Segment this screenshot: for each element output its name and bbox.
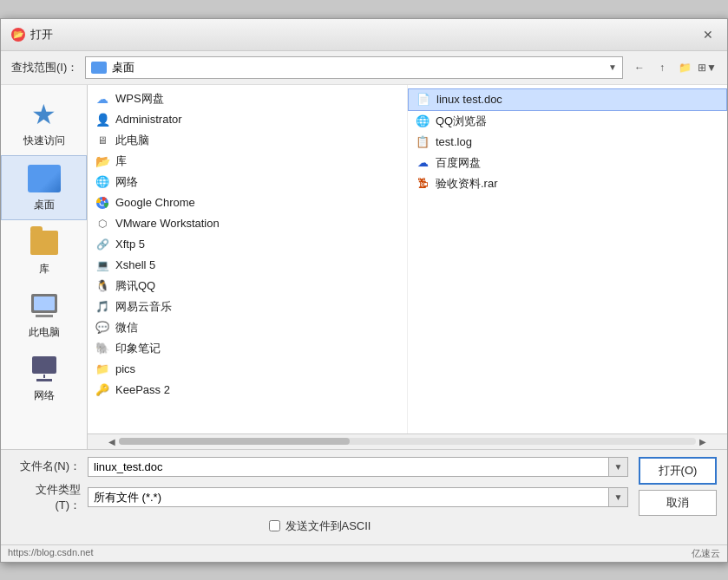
file-item-qq[interactable]: 🐧 腾讯QQ — [88, 276, 407, 297]
file-item-chrome[interactable]: Google Chrome — [88, 192, 407, 213]
view-options-button[interactable]: ⊞▼ — [698, 58, 717, 77]
right-file-column: 📄 linux test.doc 🌐 QQ浏览器 📋 test.log ☁ 百度… — [408, 85, 727, 433]
scroll-thumb — [119, 438, 350, 445]
filename-label: 文件名(N)： — [11, 459, 81, 474]
filename-input[interactable] — [89, 458, 608, 476]
log-icon: 📋 — [415, 134, 430, 150]
sidebar-item-library[interactable]: 库 — [1, 220, 87, 283]
scroll-left-arrow[interactable]: ◀ — [105, 437, 119, 446]
ascii-label[interactable]: 发送文件到ASCII — [285, 518, 371, 534]
desktop-icon — [27, 163, 62, 194]
footer-bar: https://blog.csdn.net 亿速云 — [1, 544, 727, 562]
footer-left: https://blog.csdn.net — [8, 547, 93, 560]
file-item-library2[interactable]: 📂 库 — [88, 151, 407, 172]
file-item-pics[interactable]: 📁 pics — [88, 359, 407, 380]
file-item-linux-test[interactable]: 📄 linux test.doc — [408, 88, 727, 111]
this-pc-icon — [27, 290, 62, 322]
file-item-name-test-log: test.log — [436, 135, 472, 148]
file-item-name-wps: WPS网盘 — [115, 91, 164, 107]
sidebar-label-library: 库 — [39, 262, 49, 277]
file-item-wechat[interactable]: 💬 微信 — [88, 317, 407, 338]
file-item-name-linux-test: linux test.doc — [436, 93, 502, 106]
file-item-qq-browser[interactable]: 🌐 QQ浏览器 — [408, 111, 727, 132]
xshell-icon: 💻 — [95, 257, 110, 273]
file-item-name-this-pc2: 此电脑 — [115, 133, 149, 148]
location-dropdown-arrow[interactable]: ▼ — [608, 62, 617, 72]
file-item-evernote[interactable]: 🐘 印象笔记 — [88, 338, 407, 359]
scroll-right-arrow[interactable]: ▶ — [696, 437, 710, 446]
file-item-this-pc2[interactable]: 🖥 此电脑 — [88, 130, 407, 151]
dialog-icon: 📂 — [11, 28, 25, 42]
file-item-keepass[interactable]: 🔑 KeePass 2 — [88, 380, 407, 401]
file-item-name-baidu: 百度网盘 — [436, 155, 481, 171]
file-item-name-xftp: Xftp 5 — [115, 238, 145, 251]
file-item-vmware[interactable]: ⬡ VMware Workstation — [88, 213, 407, 234]
sidebar-item-this-pc[interactable]: 此电脑 — [1, 283, 87, 347]
filetype-combo[interactable]: ▼ — [88, 487, 628, 507]
file-item-name-pics: pics — [115, 362, 135, 375]
title-bar: 📂 打开 ✕ — [1, 19, 727, 51]
back-button[interactable]: ← — [630, 58, 649, 77]
qq-icon: 🐧 — [95, 278, 110, 294]
pics-icon: 📁 — [95, 362, 110, 377]
close-button[interactable]: ✕ — [699, 26, 717, 43]
file-columns: ☁ WPS网盘 👤 Administrator 🖥 此电脑 📂 库 — [88, 85, 727, 433]
toolbar-icons: ← ↑ 📁 ⊞▼ — [630, 58, 717, 77]
browser-icon: 🌐 — [415, 114, 430, 129]
file-item-test-log[interactable]: 📋 test.log — [408, 132, 727, 153]
admin-icon: 👤 — [95, 112, 110, 127]
sidebar-item-quick-access[interactable]: ★ 快速访问 — [1, 92, 87, 155]
filename-dropdown-arrow[interactable]: ▼ — [608, 458, 627, 476]
file-item-name-xshell: Xshell 5 — [115, 258, 155, 271]
file-item-name-vmware: VMware Workstation — [115, 217, 220, 230]
filename-row: 文件名(N)： ▼ — [11, 457, 628, 477]
sidebar: ★ 快速访问 桌面 库 — [1, 85, 88, 449]
sidebar-item-network[interactable]: 网络 — [1, 347, 87, 410]
open-button[interactable]: 打开(O) — [639, 457, 717, 485]
keepass-icon: 🔑 — [95, 382, 110, 398]
file-item-xshell[interactable]: 💻 Xshell 5 — [88, 255, 407, 276]
file-item-name-music: 网易云音乐 — [115, 299, 172, 315]
open-dialog: 📂 打开 ✕ 查找范围(I)： 桌面 ▼ ← ↑ 📁 ⊞▼ ★ 快速访问 — [0, 18, 728, 563]
file-item-xftp[interactable]: 🔗 Xftp 5 — [88, 234, 407, 255]
quick-access-icon: ★ — [27, 99, 62, 130]
checkbox-row: 发送文件到ASCII — [11, 518, 628, 538]
up-button[interactable]: ↑ — [653, 58, 672, 77]
title-bar-left: 📂 打开 — [11, 27, 53, 42]
file-item-network2[interactable]: 🌐 网络 — [88, 172, 407, 192]
file-item-name-chrome: Google Chrome — [115, 196, 195, 209]
file-item-admin[interactable]: 👤 Administrator — [88, 109, 407, 130]
location-combo[interactable]: 桌面 ▼ — [85, 56, 623, 79]
new-folder-button[interactable]: 📁 — [675, 58, 694, 77]
action-buttons: 打开(O) 取消 — [639, 457, 717, 516]
pc2-icon: 🖥 — [95, 133, 110, 148]
evernote-icon: 🐘 — [95, 341, 110, 356]
ascii-checkbox[interactable] — [269, 520, 280, 531]
filetype-dropdown-arrow[interactable]: ▼ — [608, 488, 627, 506]
doc-icon: 📄 — [416, 92, 431, 108]
forms-area: 文件名(N)： ▼ 文件类型(T)： ▼ 发送文件到ASCII — [11, 457, 628, 538]
sidebar-item-desktop[interactable]: 桌面 — [1, 155, 87, 220]
sidebar-label-network: 网络 — [34, 388, 55, 403]
file-item-baidu[interactable]: ☁ 百度网盘 — [408, 153, 727, 173]
file-item-music[interactable]: 🎵 网易云音乐 — [88, 297, 407, 317]
bottom-forms: 文件名(N)： ▼ 文件类型(T)： ▼ 发送文件到ASCII — [11, 457, 717, 538]
file-item-name-network2: 网络 — [115, 174, 138, 190]
chrome-icon — [95, 195, 110, 211]
scroll-track[interactable] — [119, 438, 696, 445]
cancel-button[interactable]: 取消 — [639, 490, 717, 516]
file-item-name-admin: Administrator — [115, 113, 182, 126]
file-item-wps[interactable]: ☁ WPS网盘 — [88, 88, 407, 109]
file-item-archive[interactable]: 🗜 验收资料.rar — [408, 173, 727, 194]
bottom-section: 文件名(N)： ▼ 文件类型(T)： ▼ 发送文件到ASCII — [1, 449, 727, 544]
file-panel: ☁ WPS网盘 👤 Administrator 🖥 此电脑 📂 库 — [88, 85, 727, 449]
left-file-column: ☁ WPS网盘 👤 Administrator 🖥 此电脑 📂 库 — [88, 85, 408, 433]
library-icon — [27, 227, 62, 258]
file-item-name-evernote: 印象笔记 — [115, 341, 161, 356]
sidebar-label-quick-access: 快速访问 — [23, 134, 65, 148]
filetype-input[interactable] — [89, 488, 608, 506]
toolbar: 查找范围(I)： 桌面 ▼ ← ↑ 📁 ⊞▼ — [1, 51, 727, 85]
main-area: ★ 快速访问 桌面 库 — [1, 85, 727, 449]
location-folder-icon — [91, 62, 107, 74]
filename-combo[interactable]: ▼ — [88, 457, 628, 477]
